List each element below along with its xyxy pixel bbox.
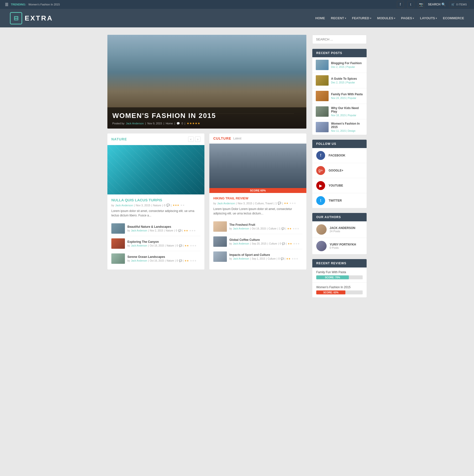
recent-thumb-4 bbox=[316, 106, 329, 117]
nav-layouts[interactable]: LAYOUTS ▾ bbox=[420, 16, 437, 20]
nature-featured-image[interactable] bbox=[107, 145, 204, 194]
nature-post-info-1: Beautiful Nature & Landscapes by Jack An… bbox=[127, 225, 200, 232]
nature-small-title-3[interactable]: Serene Ocean Landscapes bbox=[127, 255, 200, 259]
author-name-2[interactable]: YURIY PORTNYKH bbox=[330, 243, 356, 246]
culture-small-meta-3: by Jack Anderson | Sep 1, 2015 | Culture… bbox=[229, 257, 302, 260]
author-name-1[interactable]: JACK ANDERSON bbox=[330, 226, 355, 230]
nature-header: NATURE ‹ › bbox=[107, 133, 204, 145]
recent-post-title-2[interactable]: A Guide To Spices bbox=[331, 77, 363, 80]
recent-post-info-3: Family Fun With Pasta Nov 24, 2015 | Pop… bbox=[331, 93, 363, 99]
culture-small-title-1[interactable]: The Freshest Fruit bbox=[229, 223, 302, 227]
nature-main-title[interactable]: NULLA QUIS LACUS TURPIS bbox=[111, 198, 200, 202]
youtube-circle-icon: ▶ bbox=[316, 181, 325, 190]
sidebar: RECENT POSTS Blogging For Fashion Dec 2,… bbox=[312, 35, 367, 302]
recent-post-meta-4: Nov 18, 2015 | Popular bbox=[331, 114, 363, 117]
instagram-icon[interactable]: 📷 bbox=[418, 1, 425, 8]
author-item-1: JACK ANDERSON 24 Posts bbox=[312, 221, 367, 238]
nature-prev-btn[interactable]: ‹ bbox=[188, 136, 194, 142]
nature-category[interactable]: Nature bbox=[153, 204, 161, 207]
section-grid: NATURE ‹ › NULLA QUIS LACUS TURPIS by Ja… bbox=[107, 133, 306, 269]
follow-header: FOLLOW US bbox=[312, 140, 367, 148]
recent-post-item-2: A Guide To Spices Dec 2, 2015 | Popular bbox=[312, 73, 367, 88]
nav-pages[interactable]: PAGES ▾ bbox=[401, 16, 414, 20]
nav-featured[interactable]: FEATURED ▾ bbox=[352, 16, 371, 20]
cart-button[interactable]: 🛒 0 ITEMS bbox=[449, 2, 469, 7]
sidebar-search bbox=[312, 35, 367, 44]
culture-small-title-3[interactable]: Impacts of Sport and Culture bbox=[229, 253, 302, 257]
author-posts-2: 0 Posts bbox=[330, 246, 356, 249]
hero-comment-icon: 💬 bbox=[177, 122, 180, 125]
hero-stars: ★★★★★ bbox=[187, 122, 200, 125]
recent-thumb-3 bbox=[316, 91, 329, 101]
follow-facebook[interactable]: f FACEBOOK bbox=[312, 148, 367, 163]
nature-title: NATURE bbox=[111, 137, 127, 141]
follow-google[interactable]: g+ GOOGLE+ bbox=[312, 163, 367, 178]
recent-post-meta-5: Nov 11, 2015 | Design bbox=[331, 130, 363, 132]
follow-twitter[interactable]: t TWITTER bbox=[312, 193, 367, 208]
nature-post-info-3: Serene Ocean Landscapes by Jack Anderson… bbox=[127, 255, 200, 262]
menu-icon[interactable]: ☰ bbox=[5, 2, 8, 7]
review-title-1[interactable]: Family Fun With Pasta bbox=[316, 270, 363, 274]
nav-ecommerce[interactable]: ECOMMERCE bbox=[443, 16, 464, 20]
hero-sep4: | bbox=[184, 122, 185, 125]
hero-sep2: | bbox=[163, 122, 164, 125]
recent-thumb-1 bbox=[316, 60, 329, 70]
culture-thumb-1 bbox=[213, 221, 227, 232]
nature-body: NULLA QUIS LACUS TURPIS by Jack Anderson… bbox=[107, 194, 204, 269]
recent-post-title-5[interactable]: Women's Fashion In 2015 bbox=[331, 122, 363, 129]
culture-featured-image: SCORE 60% bbox=[209, 144, 306, 193]
nature-small-title-1[interactable]: Beautiful Nature & Landscapes bbox=[127, 225, 200, 228]
logo-icon: ⊟ bbox=[10, 12, 22, 24]
culture-small-meta-1: by Jack Anderson | Oct 18, 2015 | Cultur… bbox=[229, 227, 302, 230]
search-icon[interactable]: 🔍 bbox=[441, 2, 446, 6]
follow-youtube-label: YOUTUBE bbox=[329, 184, 343, 187]
recent-post-info-5: Women's Fashion In 2015 Nov 11, 2015 | D… bbox=[331, 122, 363, 132]
hero-date: Nov 9, 2015 bbox=[147, 122, 162, 125]
recent-post-title-1[interactable]: Blogging For Fashion bbox=[331, 61, 363, 65]
nature-section: NATURE ‹ › NULLA QUIS LACUS TURPIS by Ja… bbox=[107, 133, 204, 269]
follow-twitter-label: TWITTER bbox=[329, 199, 342, 202]
logo[interactable]: ⊟ EXTRA bbox=[10, 12, 53, 24]
nature-author[interactable]: Jack Anderson bbox=[115, 204, 133, 207]
culture-small-title-2[interactable]: Global Coffee Culture bbox=[229, 238, 302, 242]
recent-posts-section: RECENT POSTS Blogging For Fashion Dec 2,… bbox=[312, 49, 367, 135]
facebook-icon[interactable]: f bbox=[397, 1, 404, 8]
culture-section: CULTURE Latest SCORE 60% HIKING TRAIL RE… bbox=[209, 133, 306, 269]
nav-home[interactable]: HOME bbox=[315, 16, 325, 20]
culture-main-meta: by Jack Anderson | Nov 3, 2015 | Culture… bbox=[213, 202, 302, 205]
hero-meta: Posted by Jack Anderson | Nov 9, 2015 | … bbox=[112, 122, 301, 125]
culture-subtitle: Latest bbox=[233, 137, 241, 140]
author-posts-1: 24 Posts bbox=[330, 230, 355, 233]
culture-main-title[interactable]: HIKING TRAIL REVIEW bbox=[213, 196, 302, 200]
nature-next-btn[interactable]: › bbox=[195, 136, 200, 142]
recent-post-item-3: Family Fun With Pasta Nov 24, 2015 | Pop… bbox=[312, 88, 367, 104]
hero-title[interactable]: WOMEN'S FASHION IN 2015 bbox=[112, 112, 301, 120]
recent-post-title-4[interactable]: Why Our Kids Need Play bbox=[331, 106, 363, 113]
nav-recent[interactable]: RECENT ▾ bbox=[331, 16, 346, 20]
trending-text[interactable]: Women's Fashion In 2015 bbox=[28, 3, 60, 6]
nature-small-title-2[interactable]: Exploring The Canyon bbox=[127, 240, 200, 244]
trending-label: TRENDING: bbox=[11, 3, 26, 6]
review-bar-wrap-2: SCORE: 63% bbox=[316, 290, 363, 294]
search-input[interactable] bbox=[312, 35, 367, 44]
nav-modules[interactable]: MODULES ▾ bbox=[377, 16, 395, 20]
follow-facebook-label: FACEBOOK bbox=[329, 154, 345, 157]
nature-stars: ★★★ bbox=[173, 204, 179, 207]
recent-post-item-1: Blogging For Fashion Dec 2, 2015 | Popul… bbox=[312, 57, 367, 73]
logo-text: EXTRA bbox=[25, 14, 53, 22]
culture-score-bar: SCORE 60% bbox=[209, 188, 306, 193]
hero-category[interactable]: Home bbox=[166, 122, 173, 125]
twitter-icon[interactable]: t bbox=[407, 1, 414, 8]
follow-youtube[interactable]: ▶ YOUTUBE bbox=[312, 178, 367, 193]
recent-post-info-2: A Guide To Spices Dec 2, 2015 | Popular bbox=[331, 77, 363, 84]
search-top[interactable]: SEARCH 🔍 bbox=[428, 2, 446, 6]
review-title-2[interactable]: Women's Fashion In 2015 bbox=[316, 286, 363, 289]
nature-small-post-3: Serene Ocean Landscapes by Jack Anderson… bbox=[111, 251, 200, 266]
cart-icon: 🛒 bbox=[451, 3, 455, 6]
recent-post-meta-1: Dec 2, 2015 | Popular bbox=[331, 66, 363, 68]
nature-excerpt: Lorem ipsum dolor sit amet, consectetur … bbox=[111, 209, 200, 218]
hero-author[interactable]: Jack Anderson bbox=[126, 122, 144, 125]
nature-small-meta-3: by Jack Anderson | Oct 16, 2015 | Nature… bbox=[127, 259, 200, 262]
recent-post-title-3[interactable]: Family Fun With Pasta bbox=[331, 93, 363, 96]
nature-image-inner bbox=[107, 145, 204, 194]
